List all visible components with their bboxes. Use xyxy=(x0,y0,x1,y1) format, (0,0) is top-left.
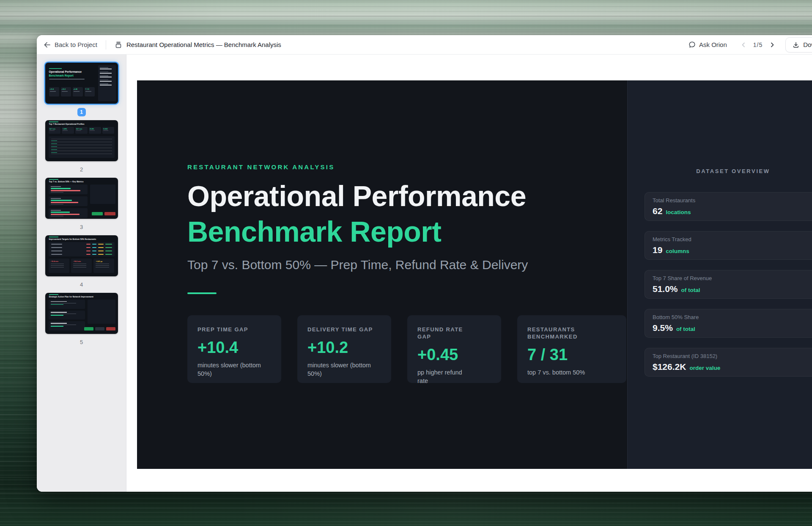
overview-card-bottom50-share: Bottom 50% Share 9.5% of total xyxy=(645,309,812,338)
overview-card-metrics-tracked: Metrics Tracked 19 columns xyxy=(645,231,812,260)
ask-orion-label: Ask Orion xyxy=(699,41,727,48)
page-indicator: 1/5 xyxy=(753,41,763,48)
thumb4-title: Improvement Targets for Bottom 50% Resta… xyxy=(49,238,96,240)
document-title-group: Restaurant Operational Metrics — Benchma… xyxy=(115,41,281,49)
slide-thumbnail-3[interactable]: Top 7 vs. Bottom 50% — Key Metrics xyxy=(45,178,118,219)
thumb1-eyebrow-bar xyxy=(49,68,62,69)
slide-thumbnail-4[interactable]: Improvement Targets for Bottom 50% Resta… xyxy=(45,235,118,276)
thumb1-title-line1: Operational Performance xyxy=(49,70,82,73)
slide-number-5: 5 xyxy=(80,339,83,345)
thumb2-stat-chips: 14.7 min 1.08% 35.7 min 23.4% 11,832 xyxy=(49,127,115,134)
slide-thumbnail-5[interactable]: Strategic Action Plan for Network Improv… xyxy=(45,293,118,334)
slide-title-line2: Benchmark Report xyxy=(187,214,627,249)
slide-canvas: RESTAURANT NETWORK ANALYSIS Operational … xyxy=(137,80,812,469)
slide-thumbnail-1[interactable]: Operational Performance Benchmark Report… xyxy=(45,63,118,104)
overview-card-total-restaurants: Total Restaurants 62 locations xyxy=(645,192,812,221)
thumb1-subtitle-bar xyxy=(49,79,85,80)
thumb4-eyebrow-bar xyxy=(49,237,58,237)
thumb3-buttons xyxy=(92,212,115,215)
chat-bubble-icon xyxy=(689,41,696,48)
slide-eyebrow: RESTAURANT NETWORK ANALYSIS xyxy=(187,163,627,171)
back-arrow-icon xyxy=(44,41,51,48)
toolbar-left: Back to Project Restaurant Operational M… xyxy=(44,40,281,50)
toolbar-right: Ask Orion 1/5 Download xyxy=(689,37,812,52)
dataset-overview-cards: Total Restaurants 62 locations Metrics T… xyxy=(645,192,812,377)
thumb3-title: Top 7 vs. Bottom 50% — Key Metrics xyxy=(49,181,84,183)
prev-page-button[interactable] xyxy=(740,41,747,49)
back-label: Back to Project xyxy=(55,41,97,48)
thumb5-notes-panel xyxy=(88,300,115,324)
overview-card-top7-share: Top 7 Share of Revenue 51.0% of total xyxy=(645,270,812,299)
dataset-overview-panel: DATASET OVERVIEW Total Restaurants 62 lo… xyxy=(627,80,812,469)
stat-card-restaurants-benchmarked: RESTAURANTS BENCHMARKED 7 / 31 top 7 vs.… xyxy=(517,315,626,383)
thumbnail-item-5: Strategic Action Plan for Network Improv… xyxy=(45,293,118,350)
download-icon xyxy=(793,41,799,48)
download-button[interactable]: Download xyxy=(785,37,812,52)
thumb5-buttons xyxy=(84,327,115,330)
thumbnail-item-2: Top 7 Restaurant Operational Profiles 14… xyxy=(45,120,118,178)
dataset-overview-header: DATASET OVERVIEW xyxy=(645,168,812,174)
thumbnail-item-3: Top 7 vs. Bottom 50% — Key Metrics 3 xyxy=(45,178,118,235)
thumb2-table xyxy=(49,136,115,158)
thumb5-action-list xyxy=(49,300,85,330)
thumbnail-number-row: 1 xyxy=(77,104,86,120)
presentation-icon xyxy=(115,41,122,49)
thumb2-title: Top 7 Restaurant Operational Profiles xyxy=(49,123,85,125)
thumb4-table xyxy=(49,242,115,256)
thumb4-target-cards: −10.4 min −10.2 min −0.45 pp xyxy=(49,259,115,273)
next-page-button[interactable] xyxy=(768,41,776,49)
thumb3-eyebrow-bar xyxy=(49,179,58,180)
stat-card-delivery-time: DELIVERY TIME GAP +10.2 minutes slower (… xyxy=(297,315,391,383)
slide-thumbnail-2[interactable]: Top 7 Restaurant Operational Profiles 14… xyxy=(45,120,118,161)
toolbar: Back to Project Restaurant Operational M… xyxy=(37,35,812,55)
thumb1-stat-cards: +10.4 +10.2 +0.45 7 / 31 xyxy=(49,87,95,96)
thumb1-title-line2: Benchmark Report xyxy=(49,74,74,77)
app-window: Back to Project Restaurant Operational M… xyxy=(37,35,812,492)
thumbnail-item-4: Improvement Targets for Bottom 50% Resta… xyxy=(45,235,118,293)
accent-dash xyxy=(187,292,217,294)
active-slide-badge: 1 xyxy=(77,108,86,116)
thumb3-table xyxy=(90,185,115,204)
slide-thumbnail-sidebar: Operational Performance Benchmark Report… xyxy=(37,55,126,492)
toolbar-divider xyxy=(106,40,106,50)
thumb3-bar-groups xyxy=(49,185,88,215)
download-label: Download xyxy=(803,41,812,48)
ask-orion-button[interactable]: Ask Orion xyxy=(689,41,727,48)
slide-main-content: RESTAURANT NETWORK ANALYSIS Operational … xyxy=(137,80,627,469)
overview-card-top-restaurant: Top Restaurant (ID 38152) $126.2K order … xyxy=(645,348,812,377)
slide-viewer: RESTAURANT NETWORK ANALYSIS Operational … xyxy=(126,55,812,492)
stat-card-refund-rate: REFUND RATE GAP +0.45 pp higher refund r… xyxy=(407,315,501,383)
thumb5-eyebrow-bar xyxy=(49,294,58,295)
thumb5-title: Strategic Action Plan for Network Improv… xyxy=(49,296,93,298)
back-button[interactable]: Back to Project xyxy=(44,41,97,48)
slide-number-4: 4 xyxy=(80,281,83,288)
slide-title-line1: Operational Performance xyxy=(187,178,627,214)
page-navigation: 1/5 xyxy=(740,41,776,49)
stat-card-prep-time: PREP TIME GAP +10.4 minutes slower (bott… xyxy=(187,315,281,383)
stat-cards-row: PREP TIME GAP +10.4 minutes slower (bott… xyxy=(187,315,627,383)
document-title: Restaurant Operational Metrics — Benchma… xyxy=(126,41,281,48)
thumbnail-item-1: Operational Performance Benchmark Report… xyxy=(45,63,118,120)
thumb1-aside-panel xyxy=(98,65,116,101)
slide-subtitle: Top 7 vs. Bottom 50% — Prep Time, Refund… xyxy=(187,258,627,272)
slide-number-2: 2 xyxy=(80,166,83,173)
slide-number-3: 3 xyxy=(80,224,83,230)
app-body: Operational Performance Benchmark Report… xyxy=(37,55,812,492)
thumb2-eyebrow-bar xyxy=(49,121,58,122)
